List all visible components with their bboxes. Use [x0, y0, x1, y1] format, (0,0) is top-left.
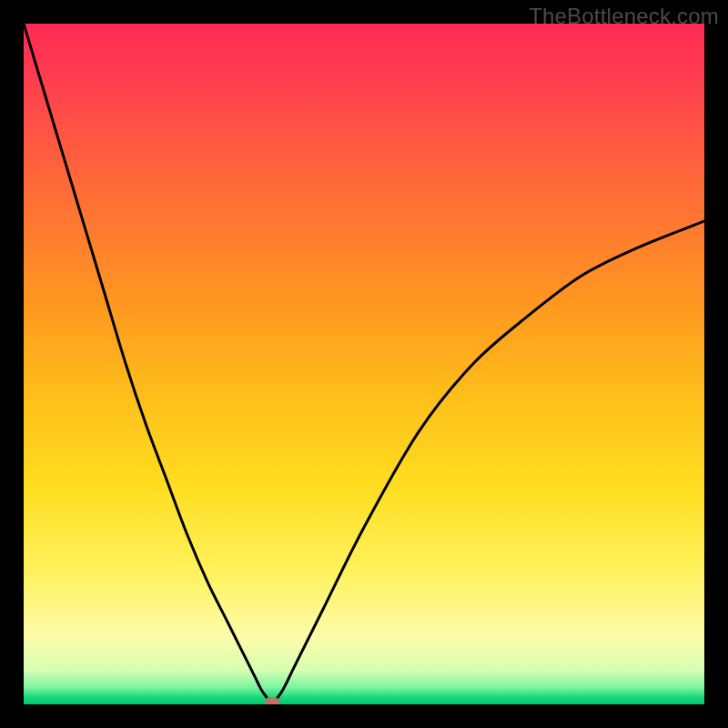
- watermark-text: TheBottleneck.com: [529, 4, 719, 29]
- plot-area: [24, 24, 704, 704]
- chart-frame: TheBottleneck.com: [0, 0, 728, 728]
- optimal-point-marker: [265, 697, 279, 704]
- bottleneck-curve: [24, 24, 704, 704]
- curve-layer: [24, 24, 704, 704]
